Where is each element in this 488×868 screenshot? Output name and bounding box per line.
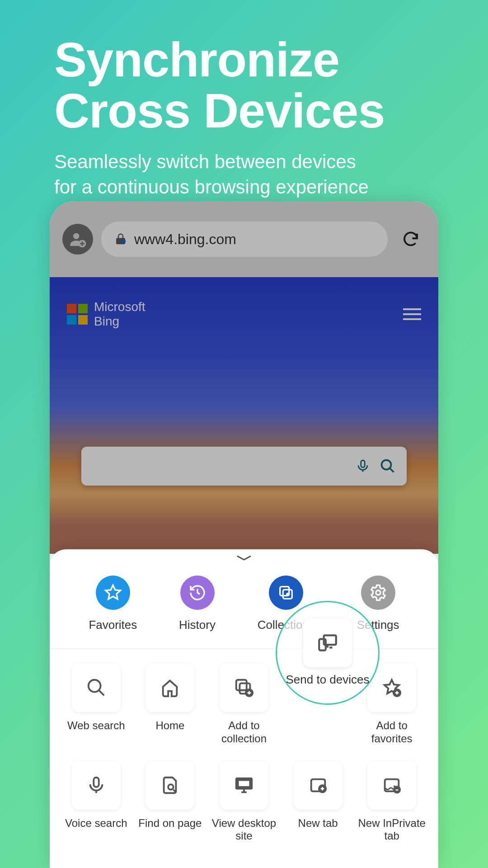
new-tab-button[interactable]: New tab (284, 761, 352, 843)
find-page-label: Find on page (136, 817, 204, 830)
actions-grid-row-2: Voice search Find on page View desktop s… (50, 755, 438, 843)
svg-point-0 (73, 233, 79, 239)
chevron-down-icon (235, 554, 253, 562)
voice-search-label: Voice search (62, 817, 130, 830)
svg-point-4 (382, 460, 391, 470)
address-bar[interactable]: www4.bing.com (101, 222, 388, 257)
promo-title: Synchronize Cross Devices (54, 34, 434, 137)
desktop-site-label: View desktop site (210, 817, 278, 843)
brand-line-2: Bing (94, 314, 119, 328)
history-icon (188, 584, 206, 602)
favorites-label: Favorites (89, 618, 137, 632)
home-icon (160, 677, 180, 698)
view-desktop-site-button[interactable]: View desktop site (210, 761, 278, 843)
quick-actions-row: Favorites History Collections Settings (50, 562, 438, 646)
web-search-button[interactable]: Web search (62, 663, 130, 745)
search-icon (86, 677, 107, 698)
lock-icon (114, 232, 127, 246)
star-icon (104, 584, 122, 602)
history-label: History (179, 618, 216, 632)
reload-icon (401, 230, 420, 249)
browser-toolbar: www4.bing.com (50, 201, 438, 277)
bing-header: Microsoft Bing (50, 277, 438, 329)
collections-icon (277, 584, 295, 602)
new-tab-label: New tab (284, 817, 352, 830)
title-line-1: Synchronize (54, 32, 339, 87)
promo-header: Synchronize Cross Devices Seamlessly swi… (0, 0, 488, 218)
add-collection-label: Add to collection (210, 719, 278, 745)
voice-search-button[interactable]: Voice search (62, 761, 130, 843)
svg-point-7 (376, 590, 380, 595)
bing-logo[interactable]: Microsoft Bing (67, 300, 145, 329)
new-inprivate-tab-button[interactable]: New InPrivate tab (358, 761, 426, 843)
find-on-page-button[interactable]: Find on page (136, 761, 204, 843)
devices-icon (316, 632, 339, 654)
title-line-2: Cross Devices (54, 83, 385, 138)
subtitle-line-2: for a continuous browsing experience (54, 176, 369, 198)
desktop-icon (234, 775, 254, 796)
reload-button[interactable] (396, 230, 426, 249)
home-button[interactable]: Home (136, 663, 204, 745)
star-add-icon (381, 677, 402, 698)
svg-rect-9 (236, 680, 247, 690)
inprivate-icon (381, 775, 402, 796)
brand-line-1: Microsoft (94, 300, 145, 314)
promo-subtitle: Seamlessly switch between devices for a … (54, 149, 434, 200)
inprivate-label: New InPrivate tab (358, 817, 426, 843)
phone-frame: www4.bing.com Microsoft Bing (50, 201, 438, 868)
send-to-devices-label: Send to devices (286, 673, 369, 687)
svg-point-2 (121, 239, 126, 244)
bing-search-box[interactable] (81, 447, 407, 486)
search-icon[interactable] (380, 458, 396, 474)
divider (50, 648, 438, 649)
menu-button[interactable] (403, 308, 421, 320)
svg-rect-13 (94, 777, 99, 787)
web-search-label: Web search (62, 719, 130, 732)
find-page-icon (160, 775, 180, 796)
svg-point-14 (169, 784, 174, 790)
new-tab-icon (308, 775, 328, 796)
profile-icon (69, 230, 87, 248)
microsoft-icon (67, 304, 88, 325)
bottom-sheet: Favorites History Collections Settings (50, 549, 438, 868)
history-button[interactable]: History (179, 576, 216, 632)
mic-icon (86, 775, 107, 796)
web-page: Microsoft Bing (50, 277, 438, 554)
favorites-button[interactable]: Favorites (89, 576, 137, 632)
svg-rect-16 (238, 780, 250, 787)
profile-button[interactable] (62, 224, 93, 255)
url-text: www4.bing.com (134, 231, 236, 248)
gear-icon (369, 584, 387, 602)
send-to-devices-highlight[interactable]: Send to devices (276, 601, 380, 705)
svg-point-8 (89, 680, 101, 692)
sheet-handle[interactable] (50, 549, 438, 562)
bing-brand-text: Microsoft Bing (94, 300, 145, 329)
actions-grid-row-1: Web search Home Add to collection Send t… (50, 657, 438, 745)
add-favorites-label: Add to favorites (358, 719, 426, 745)
collection-add-icon (234, 677, 254, 698)
mic-icon[interactable] (355, 458, 371, 474)
svg-rect-3 (361, 460, 365, 467)
add-to-collection-button[interactable]: Add to collection (210, 663, 278, 745)
home-label: Home (136, 719, 204, 732)
svg-point-20 (394, 786, 400, 792)
subtitle-line-1: Seamlessly switch between devices (54, 151, 356, 172)
